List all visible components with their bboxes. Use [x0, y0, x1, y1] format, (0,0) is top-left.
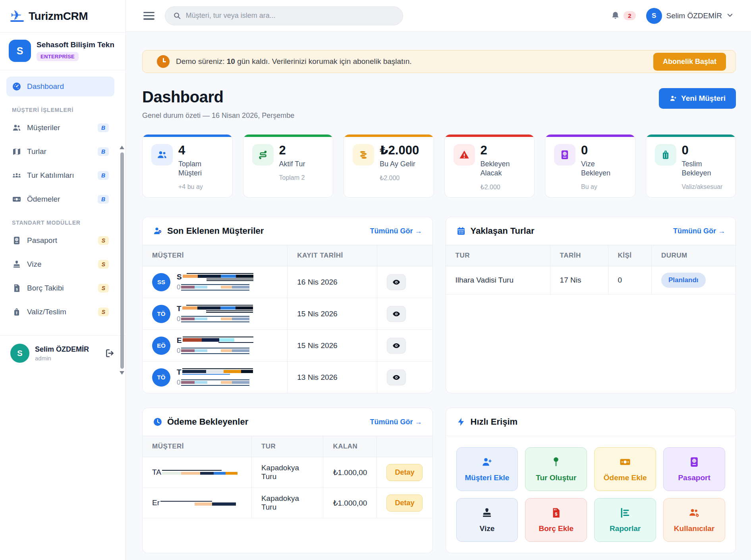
users-icon	[151, 144, 173, 165]
quick-tile-kullanicilar[interactable]: Kullanıcılar	[663, 498, 725, 542]
stamp-icon	[481, 507, 493, 519]
column-header: TUR	[446, 245, 550, 266]
banknote-icon	[12, 194, 21, 204]
eye-icon	[392, 373, 400, 381]
quick-tile-odeme-ekle[interactable]: Ödeme Ekle	[594, 447, 656, 491]
pin-icon	[550, 456, 562, 468]
detail-button[interactable]: Detay	[386, 495, 423, 512]
stat-cards: 4 Toplam Müşteri +4 bu ay 2 A	[142, 134, 736, 198]
new-customer-button[interactable]: Yeni Müşteri	[659, 88, 736, 109]
quick-tile-raporlar[interactable]: Raporlar	[594, 498, 656, 542]
panel-title: Hızlı Erişim	[471, 417, 518, 427]
user-avatar: S	[10, 344, 29, 363]
see-all-link[interactable]: Tümünü Gör →	[370, 227, 422, 235]
calendar-icon	[456, 226, 466, 236]
table-row: Er Kapadokya Turu ₺1.000,00 Detay	[143, 488, 432, 518]
redacted-name	[183, 273, 253, 281]
main-area: 2 S Selim ÖZDEMİR Demo süreniz: 10 gün k…	[126, 0, 751, 560]
svg-text:$: $	[555, 512, 558, 516]
pending-payments-table: MÜŞTERİ TUR KALAN TA Kapadokya Turu ₺1.0…	[143, 436, 432, 518]
view-customer-button[interactable]	[387, 306, 406, 322]
quick-tile-tur-olustur[interactable]: Tur Oluştur	[525, 447, 587, 491]
quick-tile-label: Raporlar	[610, 524, 641, 533]
quick-tile-label: Ödeme Ekle	[604, 473, 647, 482]
table-row: TÖ T 0 13 Nis 2026	[143, 362, 432, 393]
users-icon	[12, 123, 21, 133]
topbar: 2 S Selim ÖZDEMİR	[126, 0, 751, 32]
panels-row-2: Ödeme Bekleyenler Tümünü Gör → MÜŞTERİ T…	[142, 408, 736, 553]
page-subtitle: Genel durum özeti — 16 Nisan 2026, Perşe…	[142, 112, 294, 120]
redacted-phone	[181, 348, 249, 354]
sidebar-item-borc-takibi[interactable]: $ Borç Takibi S	[6, 278, 114, 298]
module-badge: B	[98, 147, 109, 156]
quick-tile-musteri-ekle[interactable]: Müşteri Ekle	[456, 447, 518, 491]
users-gear-icon	[688, 507, 700, 519]
panel-title: Yaklaşan Turlar	[471, 226, 535, 236]
quick-tile-pasaport[interactable]: Pasaport	[663, 447, 725, 491]
see-all-link[interactable]: Tümünü Gör →	[673, 227, 725, 235]
stat-value: 2	[481, 144, 526, 157]
view-customer-button[interactable]	[387, 274, 406, 290]
stat-sub: Toplam 2	[279, 174, 324, 181]
quick-tile-label: Müşteri Ekle	[465, 473, 509, 482]
stat-card-teslim-bekleyen: 0 Teslim Bekleyen Valiz/aksesuar	[646, 134, 736, 198]
quick-tile-borc-ekle[interactable]: $ Borç Ekle	[525, 498, 587, 542]
sidebar-item-turlar[interactable]: Turlar B	[6, 142, 114, 162]
redacted-phone	[181, 316, 249, 323]
detail-button[interactable]: Detay	[386, 464, 423, 481]
see-all-link[interactable]: Tümünü Gör →	[370, 418, 422, 426]
registration-date: 16 Nis 2026	[288, 266, 377, 298]
sidebar-item-label: Dashboard	[27, 82, 109, 91]
table-row: TA Kapadokya Turu ₺1.000,00 Detay	[143, 457, 432, 488]
quick-access-panel: Hızlı Erişim Müşteri Ekle Tur Oluştur	[446, 408, 736, 553]
sidebar-item-pasaport[interactable]: Pasaport S	[6, 231, 114, 250]
coins-icon	[353, 144, 374, 165]
notifications-button[interactable]: 2	[610, 11, 635, 21]
banknote-icon	[619, 456, 631, 468]
user-menu[interactable]: S Selim ÖZDEMİR	[646, 8, 734, 24]
payment-tour: Kapadokya Turu	[251, 488, 323, 518]
quick-access-grid: Müşteri Ekle Tur Oluştur Ödeme Ekle	[446, 436, 736, 553]
scrollbar-thumb[interactable]	[120, 152, 124, 369]
sidebar-item-musteriler[interactable]: Müşteriler B	[6, 118, 114, 138]
tenant-name: Sehasoft Bilişim Teknolojileri M	[37, 40, 114, 49]
module-badge: B	[98, 195, 109, 204]
column-header: MÜŞTERİ	[143, 436, 251, 457]
sidebar-item-vize[interactable]: Vize S	[6, 254, 114, 274]
sidebar-item-valiz-teslim[interactable]: Valiz/Teslim S	[6, 302, 114, 322]
view-customer-button[interactable]	[387, 369, 406, 385]
module-badge: S	[98, 284, 109, 293]
route-icon	[252, 144, 274, 165]
menu-section-customers: MÜŞTERİ İŞLEMLERİ	[6, 100, 114, 118]
clock-icon	[153, 417, 162, 427]
tour-people: 0	[608, 266, 651, 294]
scroll-down-arrow[interactable]	[120, 371, 124, 375]
upcoming-tours-table: TUR TARİH KİŞİ DURUM Ilhara Vadisi Turu …	[446, 245, 736, 294]
content: Demo süreniz: 10 gün kaldı. Verilerinizi…	[126, 32, 751, 560]
registration-date: 15 Nis 2026	[288, 298, 377, 330]
sidebar-item-dashboard[interactable]: Dashboard	[6, 77, 114, 96]
sidebar-scrollbar[interactable]	[120, 146, 124, 378]
table-row: SS S 0 16 Nis 2026	[143, 266, 432, 298]
hamburger-menu-icon[interactable]	[143, 12, 154, 20]
avatar: SS	[152, 273, 170, 291]
sidebar-item-tur-katilimlari[interactable]: Tur Katılımları B	[6, 165, 114, 185]
upcoming-tours-panel: Yaklaşan Turlar Tümünü Gör → TUR TARİH K…	[446, 217, 736, 393]
table-row: TÖ T 0 15 Nis 2026	[143, 298, 432, 330]
stat-label: Teslim Bekleyen	[682, 160, 727, 178]
column-header: KİŞİ	[608, 245, 651, 266]
logout-icon[interactable]	[105, 348, 115, 358]
quick-tile-vize[interactable]: Vize	[456, 498, 518, 542]
quick-tile-label: Kullanıcılar	[674, 524, 714, 533]
group-icon	[12, 171, 21, 180]
start-subscription-button[interactable]: Abonelik Başlat	[653, 53, 726, 71]
sidebar-item-label: Müşteriler	[27, 123, 92, 132]
view-customer-button[interactable]	[387, 338, 406, 354]
airplane-logo-icon: ✈	[10, 8, 24, 22]
sidebar-item-odemeler[interactable]: Ödemeler B	[6, 189, 114, 209]
column-header	[377, 436, 432, 457]
global-search	[165, 6, 403, 25]
scroll-up-arrow[interactable]	[120, 146, 124, 149]
stat-value: 4	[178, 144, 224, 157]
search-input[interactable]	[186, 12, 395, 20]
